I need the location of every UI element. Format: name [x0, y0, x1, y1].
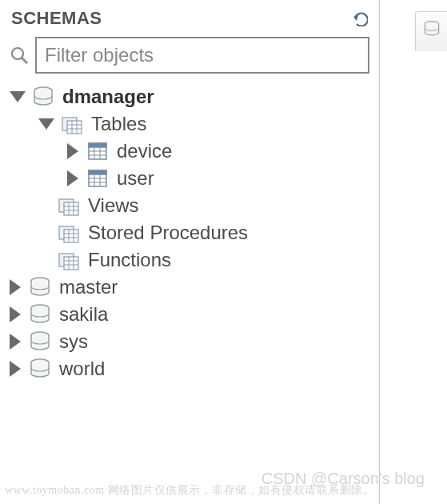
refresh-icon[interactable]	[352, 10, 368, 26]
table-label: user	[114, 167, 154, 190]
expand-arrow-down-icon[interactable]	[38, 118, 54, 130]
panel-title: SCHEMAS	[11, 8, 102, 29]
schema-tree: dmanager Tables device user	[6, 83, 373, 382]
schema-label: dmanager	[59, 86, 154, 108]
schema-children-dmanager: Tables device user Views	[10, 110, 369, 274]
schema-label: master	[56, 276, 118, 298]
search-icon	[10, 46, 29, 65]
table-node-user[interactable]: user	[67, 165, 369, 192]
database-icon	[29, 303, 51, 326]
tables-folder-icon	[61, 113, 83, 135]
tables-children: device user	[38, 138, 369, 192]
expand-arrow-right-icon[interactable]	[10, 306, 21, 322]
schema-node-sys[interactable]: sys	[10, 328, 369, 355]
expand-arrow-down-icon[interactable]	[10, 91, 26, 102]
side-tab-strip[interactable]	[415, 11, 447, 51]
expand-arrow-right-icon[interactable]	[67, 170, 78, 186]
schema-node-master[interactable]: master	[10, 274, 369, 301]
folder-node-tables[interactable]: Tables	[38, 110, 369, 138]
expand-arrow-right-icon[interactable]	[10, 361, 21, 377]
expand-arrow-right-icon[interactable]	[10, 334, 21, 350]
schema-node-world[interactable]: world	[10, 355, 369, 382]
table-icon	[86, 140, 109, 162]
schemas-panel: SCHEMAS dmanager Tables device	[0, 0, 380, 504]
database-icon	[32, 86, 54, 108]
panel-header: SCHEMAS	[6, 5, 373, 37]
folder-label: Tables	[88, 113, 146, 135]
expand-arrow-right-icon[interactable]	[10, 279, 21, 295]
watermark-right: CSDN @Carson's blog	[261, 470, 425, 488]
schema-node-sakila[interactable]: sakila	[10, 301, 369, 328]
table-node-device[interactable]: device	[67, 138, 369, 165]
schema-node-dmanager[interactable]: dmanager	[10, 83, 369, 110]
schema-label: sys	[56, 330, 88, 353]
expand-arrow-right-icon[interactable]	[67, 143, 78, 159]
folder-label: Views	[85, 194, 139, 217]
database-icon	[423, 20, 441, 38]
folder-node-functions[interactable]: Functions	[38, 246, 369, 274]
filter-input[interactable]	[35, 37, 369, 74]
table-icon	[86, 167, 109, 190]
database-icon	[29, 358, 51, 380]
folder-node-stored-procedures[interactable]: Stored Procedures	[38, 219, 369, 246]
procedures-folder-icon	[58, 222, 80, 244]
database-icon	[29, 276, 51, 298]
folder-label: Stored Procedures	[85, 222, 248, 244]
views-folder-icon	[58, 194, 80, 217]
database-icon	[29, 330, 51, 353]
table-label: device	[114, 140, 172, 162]
folder-node-views[interactable]: Views	[38, 192, 369, 219]
functions-folder-icon	[58, 249, 80, 271]
folder-label: Functions	[85, 249, 171, 271]
schema-label: sakila	[56, 303, 108, 326]
schema-label: world	[56, 358, 105, 380]
search-row	[6, 37, 373, 83]
